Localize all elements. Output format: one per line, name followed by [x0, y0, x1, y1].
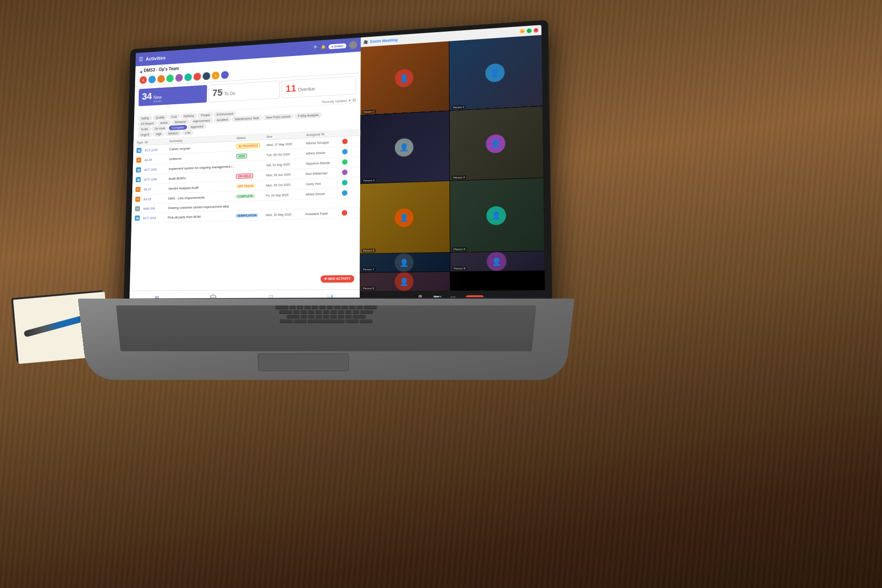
tag-people[interactable]: People [198, 113, 213, 118]
tag-safety[interactable]: Safety [138, 116, 152, 121]
tag-improvement[interactable]: Improvement [190, 118, 213, 124]
kbd-space[interactable] [308, 319, 345, 323]
status-badge: NEW [236, 153, 247, 158]
team-avatar-5[interactable] [175, 74, 183, 82]
team-avatar-7[interactable] [193, 72, 201, 81]
kbd-r[interactable] [311, 305, 318, 309]
kbd-z[interactable] [300, 315, 307, 318]
zoom-maximize-btn[interactable]: □ [526, 28, 531, 34]
tag-accident[interactable]: Accident [214, 117, 231, 123]
kbd-l[interactable] [353, 310, 359, 314]
row-assignee: Athena Schuppe [306, 140, 342, 145]
bell-icon[interactable]: 🔔 [321, 45, 326, 49]
kbd-shift-r[interactable] [353, 315, 366, 318]
tag-maintenance[interactable]: Maintenance Task [232, 115, 262, 122]
kbd-caps[interactable] [279, 310, 293, 314]
tag-complete[interactable]: Complete [169, 125, 187, 130]
row-assignee: Althea Strosin [306, 150, 342, 155]
kbd-c[interactable] [316, 315, 322, 318]
zoom-window-controls: − □ ✕ [520, 28, 539, 34]
tag-a3-report[interactable]: A3 Report [138, 121, 157, 126]
kbd-alt-r[interactable] [345, 319, 358, 323]
kbd-backspace[interactable] [364, 305, 377, 309]
team-avatar-1[interactable]: 3 [139, 76, 147, 85]
kbd-x[interactable] [308, 315, 315, 318]
kbd-h[interactable] [330, 310, 337, 314]
kbd-y[interactable] [327, 305, 333, 309]
touchpad[interactable] [258, 353, 349, 371]
tag-approved[interactable]: Approved [188, 124, 206, 130]
tag-action[interactable]: Action [157, 120, 171, 125]
col-due[interactable]: Due [266, 133, 306, 138]
row-assignee: Althea Strosin [305, 192, 341, 196]
kbd-ctrl-r[interactable] [360, 319, 373, 323]
kbd-f[interactable] [316, 310, 322, 314]
kbd-o[interactable] [349, 305, 356, 309]
kbd-q[interactable] [289, 305, 296, 309]
kbd-shift-l[interactable] [287, 315, 300, 318]
kbd-a[interactable] [293, 310, 300, 314]
new-activity-button[interactable]: ✚ NEW ACTIVITY [321, 275, 354, 283]
kbd-e[interactable] [304, 305, 311, 309]
status-badge: OFF TRACK [236, 184, 255, 188]
kbd-tab[interactable] [275, 305, 288, 309]
tag-cost[interactable]: Cost [168, 114, 180, 119]
person-label-5: Person 5 [362, 249, 375, 252]
kbd-u[interactable] [334, 305, 340, 309]
tag-medium[interactable]: Medium [165, 130, 181, 136]
kbd-enter[interactable] [360, 310, 373, 314]
row-avatar [342, 169, 348, 175]
tag-give-point[interactable]: Give Point Lesson [263, 114, 294, 120]
tag-behavior[interactable]: Behavior [172, 119, 189, 124]
team-avatar-3[interactable] [157, 74, 165, 83]
overdue-stat-card[interactable]: 11 Overdue [282, 76, 356, 98]
zoom-minimize-btn[interactable]: − [520, 29, 525, 34]
kbd-ctrl-l[interactable] [280, 319, 293, 323]
kbd-w[interactable] [297, 305, 303, 309]
kbd-alt-l[interactable] [294, 319, 306, 323]
search-icon[interactable]: 🔍 [313, 45, 318, 50]
tag-environment[interactable]: Environment [214, 111, 236, 117]
team-avatar-4[interactable] [166, 74, 174, 83]
video-cell-1: 👤 Person 1 [361, 41, 449, 115]
zoom-close-btn[interactable]: ✕ [533, 28, 538, 33]
sort-icon[interactable]: ▾ [349, 98, 351, 102]
kbd-d[interactable] [308, 310, 314, 314]
kbd-i[interactable] [341, 305, 348, 309]
kbd-g[interactable] [323, 310, 329, 314]
tag-delivery[interactable]: Delivery [181, 113, 197, 119]
kbd-row-4 [118, 319, 535, 323]
hamburger-icon[interactable]: ☰ [139, 57, 143, 62]
col-id[interactable]: ID [145, 140, 170, 144]
tag-urgent[interactable]: Urgent [138, 132, 152, 137]
kbd-row-1 [116, 305, 537, 309]
todo-stat-card[interactable]: 75 To Do [208, 80, 280, 102]
back-arrow[interactable]: ◀ [139, 69, 142, 74]
kbd-j[interactable] [338, 310, 344, 314]
kbd-s[interactable] [300, 310, 307, 314]
team-avatar-8[interactable] [202, 72, 211, 81]
tag-quality[interactable]: Quality [153, 115, 167, 120]
tag-low[interactable]: Low [182, 130, 193, 135]
tag-high[interactable]: High [153, 131, 165, 136]
kbd-t[interactable] [319, 305, 326, 309]
col-type: Type [137, 141, 145, 144]
kbd-p[interactable] [356, 305, 363, 309]
team-avatar-6[interactable] [184, 73, 192, 82]
col-assignee[interactable]: Assigned To [306, 132, 342, 136]
kbd-b[interactable] [330, 315, 337, 318]
kbd-n[interactable] [338, 315, 344, 318]
kbd-k[interactable] [345, 310, 352, 314]
tag-tobe[interactable]: To Be [138, 127, 151, 132]
col-status[interactable]: Status [237, 135, 267, 140]
team-avatar-10[interactable] [220, 70, 229, 79]
tag-5-why[interactable]: 5 Why Analysis [294, 113, 322, 119]
kbd-v[interactable] [323, 315, 329, 318]
kbd-m[interactable] [345, 315, 351, 318]
team-avatar-2[interactable] [148, 75, 156, 84]
tag-onhold[interactable]: On Hold [152, 126, 168, 131]
team-avatar-9[interactable]: 2 [211, 71, 220, 80]
new-stat-card[interactable]: 34 New 24 Hrs [138, 85, 207, 106]
overdue-label: Overdue [298, 86, 315, 92]
filter-icon[interactable]: ⊟ [352, 98, 356, 102]
